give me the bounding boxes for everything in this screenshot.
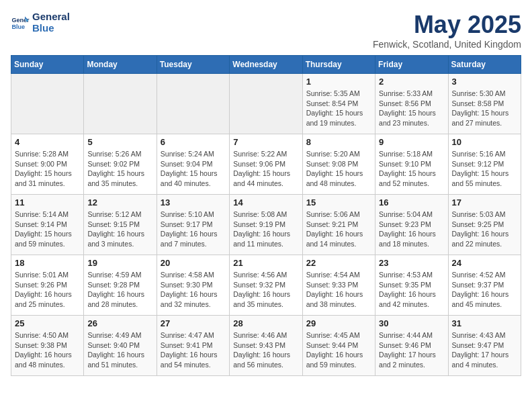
calendar-cell: 7Sunrise: 5:22 AM Sunset: 9:06 PM Daylig… <box>230 134 302 195</box>
day-info: Sunrise: 5:20 AM Sunset: 9:08 PM Dayligh… <box>306 149 371 189</box>
calendar-cell: 1Sunrise: 5:35 AM Sunset: 8:54 PM Daylig… <box>302 74 375 134</box>
day-number: 18 <box>15 258 80 268</box>
day-info: Sunrise: 5:33 AM Sunset: 8:56 PM Dayligh… <box>379 89 444 128</box>
calendar-cell: 8Sunrise: 5:20 AM Sunset: 9:08 PM Daylig… <box>302 134 375 195</box>
day-number: 26 <box>87 318 152 328</box>
day-number: 1 <box>306 77 371 87</box>
day-number: 20 <box>161 258 226 268</box>
calendar-cell: 25Sunrise: 4:50 AM Sunset: 9:38 PM Dayli… <box>11 316 84 376</box>
day-number: 5 <box>87 137 152 147</box>
day-number: 21 <box>233 258 298 268</box>
day-number: 23 <box>379 258 444 268</box>
calendar-cell: 26Sunrise: 4:49 AM Sunset: 9:40 PM Dayli… <box>84 316 157 376</box>
calendar-cell: 31Sunrise: 4:43 AM Sunset: 9:47 PM Dayli… <box>448 316 521 376</box>
logo-line1: General <box>32 11 70 22</box>
calendar-cell: 19Sunrise: 4:59 AM Sunset: 9:28 PM Dayli… <box>84 255 157 316</box>
day-number: 13 <box>161 197 226 208</box>
calendar-week-row: 1Sunrise: 5:35 AM Sunset: 8:54 PM Daylig… <box>11 74 521 134</box>
logo-line2: Blue <box>32 22 70 34</box>
calendar-cell <box>157 74 229 134</box>
day-info: Sunrise: 5:24 AM Sunset: 9:04 PM Dayligh… <box>161 149 226 189</box>
day-info: Sunrise: 5:35 AM Sunset: 8:54 PM Dayligh… <box>306 89 371 128</box>
day-info: Sunrise: 5:10 AM Sunset: 9:17 PM Dayligh… <box>161 210 226 249</box>
day-number: 9 <box>379 137 444 147</box>
day-number: 22 <box>306 258 371 268</box>
weekday-header: Thursday <box>302 56 375 74</box>
day-info: Sunrise: 4:52 AM Sunset: 9:37 PM Dayligh… <box>452 270 517 310</box>
calendar-header: SundayMondayTuesdayWednesdayThursdayFrid… <box>11 56 521 74</box>
day-info: Sunrise: 4:53 AM Sunset: 9:35 PM Dayligh… <box>379 270 444 310</box>
day-number: 30 <box>379 318 444 328</box>
day-number: 8 <box>306 137 371 147</box>
calendar-week-row: 18Sunrise: 5:01 AM Sunset: 9:26 PM Dayli… <box>11 255 521 316</box>
calendar-cell: 27Sunrise: 4:47 AM Sunset: 9:41 PM Dayli… <box>157 316 229 376</box>
day-info: Sunrise: 4:43 AM Sunset: 9:47 PM Dayligh… <box>452 330 517 370</box>
day-number: 7 <box>233 137 298 147</box>
calendar-cell: 15Sunrise: 5:06 AM Sunset: 9:21 PM Dayli… <box>302 195 375 255</box>
day-number: 4 <box>15 137 80 147</box>
day-number: 25 <box>15 318 80 328</box>
day-number: 28 <box>233 318 298 328</box>
day-info: Sunrise: 4:50 AM Sunset: 9:38 PM Dayligh… <box>15 330 80 370</box>
location: Fenwick, Scotland, United Kingdom <box>373 39 521 50</box>
calendar-cell: 2Sunrise: 5:33 AM Sunset: 8:56 PM Daylig… <box>375 74 448 134</box>
weekday-header: Wednesday <box>230 56 302 74</box>
calendar-cell: 9Sunrise: 5:18 AM Sunset: 9:10 PM Daylig… <box>375 134 448 195</box>
day-info: Sunrise: 5:26 AM Sunset: 9:02 PM Dayligh… <box>87 149 152 189</box>
calendar-cell: 28Sunrise: 4:46 AM Sunset: 9:43 PM Dayli… <box>230 316 302 376</box>
calendar-week-row: 11Sunrise: 5:14 AM Sunset: 9:14 PM Dayli… <box>11 195 521 255</box>
calendar-table: SundayMondayTuesdayWednesdayThursdayFrid… <box>11 55 521 376</box>
calendar-cell: 17Sunrise: 5:03 AM Sunset: 9:25 PM Dayli… <box>448 195 521 255</box>
calendar-cell: 24Sunrise: 4:52 AM Sunset: 9:37 PM Dayli… <box>448 255 521 316</box>
weekday-header: Sunday <box>11 56 84 74</box>
day-number: 29 <box>306 318 371 328</box>
calendar-week-row: 4Sunrise: 5:28 AM Sunset: 9:00 PM Daylig… <box>11 134 521 195</box>
day-info: Sunrise: 4:58 AM Sunset: 9:30 PM Dayligh… <box>161 270 226 310</box>
day-info: Sunrise: 5:14 AM Sunset: 9:14 PM Dayligh… <box>15 210 80 249</box>
calendar-cell: 11Sunrise: 5:14 AM Sunset: 9:14 PM Dayli… <box>11 195 84 255</box>
svg-text:Blue: Blue <box>11 24 25 30</box>
calendar-cell <box>84 74 157 134</box>
day-info: Sunrise: 4:44 AM Sunset: 9:46 PM Dayligh… <box>379 330 444 370</box>
day-info: Sunrise: 5:22 AM Sunset: 9:06 PM Dayligh… <box>233 149 298 189</box>
day-info: Sunrise: 4:56 AM Sunset: 9:32 PM Dayligh… <box>233 270 298 310</box>
page-header: General Blue General Blue May 2025 Fenwi… <box>11 11 521 50</box>
day-info: Sunrise: 4:54 AM Sunset: 9:33 PM Dayligh… <box>306 270 371 310</box>
weekday-header: Friday <box>375 56 448 74</box>
day-number: 31 <box>452 318 517 328</box>
day-number: 17 <box>452 197 517 208</box>
calendar-cell <box>11 74 84 134</box>
calendar-cell: 30Sunrise: 4:44 AM Sunset: 9:46 PM Dayli… <box>375 316 448 376</box>
weekday-header: Saturday <box>448 56 521 74</box>
day-info: Sunrise: 5:30 AM Sunset: 8:58 PM Dayligh… <box>452 89 517 128</box>
calendar-cell: 29Sunrise: 4:45 AM Sunset: 9:44 PM Dayli… <box>302 316 375 376</box>
calendar-cell: 3Sunrise: 5:30 AM Sunset: 8:58 PM Daylig… <box>448 74 521 134</box>
weekday-header: Monday <box>84 56 157 74</box>
month-title: May 2025 <box>373 11 521 39</box>
calendar-cell: 21Sunrise: 4:56 AM Sunset: 9:32 PM Dayli… <box>230 255 302 316</box>
day-info: Sunrise: 5:12 AM Sunset: 9:15 PM Dayligh… <box>87 210 152 249</box>
calendar-cell: 14Sunrise: 5:08 AM Sunset: 9:19 PM Dayli… <box>230 195 302 255</box>
day-info: Sunrise: 5:28 AM Sunset: 9:00 PM Dayligh… <box>15 149 80 189</box>
day-number: 19 <box>87 258 152 268</box>
day-info: Sunrise: 5:01 AM Sunset: 9:26 PM Dayligh… <box>15 270 80 310</box>
calendar-cell: 20Sunrise: 4:58 AM Sunset: 9:30 PM Dayli… <box>157 255 229 316</box>
calendar-cell: 4Sunrise: 5:28 AM Sunset: 9:00 PM Daylig… <box>11 134 84 195</box>
calendar-week-row: 25Sunrise: 4:50 AM Sunset: 9:38 PM Dayli… <box>11 316 521 376</box>
day-info: Sunrise: 5:03 AM Sunset: 9:25 PM Dayligh… <box>452 210 517 249</box>
day-number: 2 <box>379 77 444 87</box>
day-number: 6 <box>161 137 226 147</box>
day-number: 10 <box>452 137 517 147</box>
weekday-header: Tuesday <box>157 56 229 74</box>
calendar-cell: 13Sunrise: 5:10 AM Sunset: 9:17 PM Dayli… <box>157 195 229 255</box>
day-number: 16 <box>379 197 444 208</box>
calendar-body: 1Sunrise: 5:35 AM Sunset: 8:54 PM Daylig… <box>11 74 521 376</box>
day-number: 3 <box>452 77 517 87</box>
day-info: Sunrise: 5:16 AM Sunset: 9:12 PM Dayligh… <box>452 149 517 189</box>
logo: General Blue General Blue <box>11 11 70 34</box>
day-number: 14 <box>233 197 298 208</box>
day-number: 12 <box>87 197 152 208</box>
day-info: Sunrise: 4:46 AM Sunset: 9:43 PM Dayligh… <box>233 330 298 370</box>
day-info: Sunrise: 5:06 AM Sunset: 9:21 PM Dayligh… <box>306 210 371 249</box>
day-info: Sunrise: 4:49 AM Sunset: 9:40 PM Dayligh… <box>87 330 152 370</box>
